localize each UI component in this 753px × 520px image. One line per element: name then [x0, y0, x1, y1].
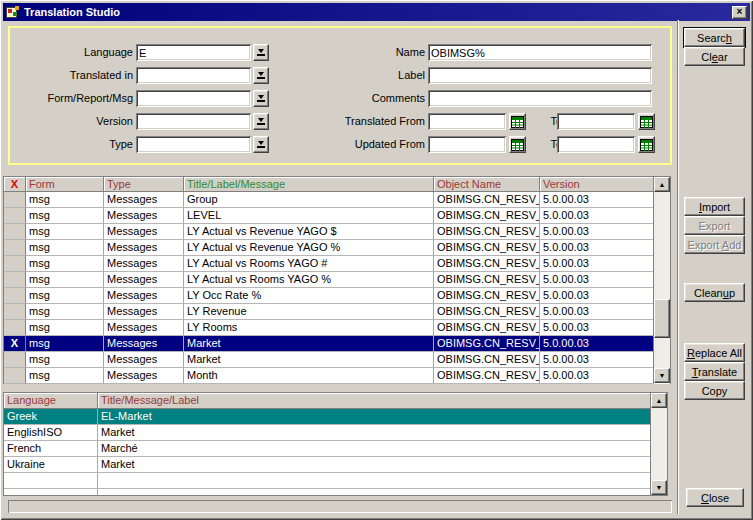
cell-language: EnglishISO — [4, 425, 98, 441]
translated-from-calendar-button[interactable] — [509, 113, 526, 130]
version-input[interactable] — [136, 113, 251, 130]
name-label: Name — [290, 44, 425, 61]
translations-scrollbar[interactable]: ▲ ▼ — [650, 393, 667, 495]
cell-title: Market — [184, 352, 434, 368]
table-row[interactable]: msg Messages Group OBIMSG.CN_RESV_PACE 5… — [4, 192, 670, 208]
cell-title: LY Rooms — [184, 320, 434, 336]
type-input[interactable] — [136, 136, 251, 153]
cell-type: Messages — [104, 272, 184, 288]
table-row[interactable]: Greek EL-Market — [4, 409, 667, 425]
table-row[interactable]: msg Messages Month OBIMSG.CN_RESV_PACE 5… — [4, 368, 670, 384]
cell-object-name: OBIMSG.CN_RESV_PACE — [434, 208, 540, 224]
type-lov-button[interactable] — [253, 136, 269, 153]
table-row[interactable]: X msg Messages Market OBIMSG.CN_RESV_PAC… — [4, 336, 670, 352]
table-row[interactable]: Ukraine Market — [4, 457, 667, 473]
table-row[interactable]: msg Messages Market OBIMSG.CN_RESV_PACE … — [4, 352, 670, 368]
table-row[interactable]: msg Messages LY Revenue OBIMSG.CN_RESV_P… — [4, 304, 670, 320]
cell-object-name: OBIMSG.CN_RESV_PACE — [434, 192, 540, 208]
scroll-up-icon[interactable]: ▲ — [654, 177, 670, 192]
replace-all-button[interactable]: Replace All — [684, 343, 745, 362]
cell-title: LY Actual vs Rooms YAGO # — [184, 256, 434, 272]
cell-object-name: OBIMSG.CN_RESV_PACE — [434, 304, 540, 320]
scroll-down-icon[interactable]: ▼ — [651, 480, 667, 495]
form-report-msg-lov-button[interactable] — [253, 90, 269, 107]
column-header-language: Language — [4, 393, 98, 409]
scroll-thumb[interactable] — [654, 299, 670, 338]
label-input[interactable] — [428, 67, 652, 84]
translated-in-input[interactable] — [136, 67, 251, 84]
version-lov-button[interactable] — [253, 113, 269, 130]
updated-to-input[interactable] — [557, 136, 635, 153]
updated-from-input[interactable] — [428, 136, 506, 153]
close-window-button[interactable]: × — [732, 6, 747, 19]
cell-type: Messages — [104, 256, 184, 272]
scroll-down-icon[interactable]: ▼ — [654, 368, 670, 383]
cell-type: Messages — [104, 304, 184, 320]
cell-version: 5.0.00.03 — [540, 288, 654, 304]
cell-version: 5.0.00.03 — [540, 304, 654, 320]
cell-language: French — [4, 441, 98, 457]
export-add-button: Export Add — [684, 235, 745, 254]
updated-to-calendar-button[interactable] — [638, 136, 655, 153]
cell-object-name: OBIMSG.CN_RESV_PACE — [434, 336, 540, 352]
cell-form: msg — [26, 272, 104, 288]
form-report-msg-input[interactable] — [136, 90, 251, 107]
updated-from-calendar-button[interactable] — [509, 136, 526, 153]
comments-input[interactable] — [428, 90, 652, 107]
updated-from-label: Updated From — [290, 136, 425, 153]
translated-to-input[interactable] — [557, 113, 635, 130]
status-bar — [8, 500, 672, 513]
table-row[interactable]: msg Messages LY Actual vs Revenue YAGO $… — [4, 224, 670, 240]
cell-language: Greek — [4, 409, 98, 425]
language-lov-button[interactable] — [253, 44, 269, 61]
table-row[interactable]: msg Messages LY Actual vs Rooms YAGO % O… — [4, 272, 670, 288]
cell-version: 5.0.00.03 — [540, 256, 654, 272]
translate-button[interactable]: Translate — [684, 362, 745, 381]
language-input[interactable] — [136, 44, 251, 61]
table-row[interactable]: msg Messages LY Rooms OBIMSG.CN_RESV_PAC… — [4, 320, 670, 336]
lov-dropdown-icon — [257, 95, 265, 102]
close-button[interactable]: Close — [686, 488, 744, 507]
cell-version: 5.0.00.03 — [540, 272, 654, 288]
table-row[interactable] — [4, 473, 667, 489]
column-header-mark: X — [4, 177, 26, 192]
calendar-icon — [511, 139, 524, 151]
app-icon — [6, 6, 20, 19]
record-indicator — [4, 240, 26, 256]
record-indicator — [4, 304, 26, 320]
copy-button[interactable]: Copy — [684, 381, 745, 400]
cell-form: msg — [26, 336, 104, 352]
cleanup-button[interactable]: Cleanup — [684, 283, 745, 302]
titlebar[interactable]: Translation Studio × — [3, 3, 750, 21]
column-header-title: Title/Label/Message — [184, 177, 434, 192]
results-rows: msg Messages Group OBIMSG.CN_RESV_PACE 5… — [4, 192, 670, 384]
translated-to-calendar-button[interactable] — [638, 113, 655, 130]
results-scrollbar[interactable]: ▲ ▼ — [653, 177, 670, 383]
translated-in-label: Translated in — [10, 67, 133, 84]
cell-language — [4, 473, 98, 489]
cell-version: 5.0.00.03 — [540, 240, 654, 256]
table-row[interactable]: French Marché — [4, 441, 667, 457]
translated-from-input[interactable] — [428, 113, 506, 130]
table-row[interactable]: msg Messages LY Actual vs Revenue YAGO %… — [4, 240, 670, 256]
translations-table: Language Title/Message/Label Greek EL-Ma… — [3, 392, 668, 496]
table-row[interactable]: EnglishISO Market — [4, 425, 667, 441]
translated-from-label: Translated From — [290, 113, 425, 130]
cell-type: Messages — [104, 192, 184, 208]
clear-button[interactable]: Clear — [684, 47, 745, 66]
table-row[interactable]: msg Messages LY Actual vs Rooms YAGO # O… — [4, 256, 670, 272]
cell-object-name: OBIMSG.CN_RESV_PACE — [434, 256, 540, 272]
import-button[interactable]: Import — [684, 197, 745, 216]
name-input[interactable] — [428, 44, 652, 61]
version-label: Version — [10, 113, 133, 130]
table-row[interactable]: msg Messages LEVEL OBIMSG.CN_RESV_PACE 5… — [4, 208, 670, 224]
cell-form: msg — [26, 256, 104, 272]
scroll-up-icon[interactable]: ▲ — [651, 393, 667, 408]
export-button: Export — [684, 216, 745, 235]
lov-dropdown-icon — [257, 141, 265, 148]
search-button[interactable]: Search — [684, 28, 745, 47]
record-indicator — [4, 272, 26, 288]
translated-in-lov-button[interactable] — [253, 67, 269, 84]
table-row[interactable]: msg Messages LY Occ Rate % OBIMSG.CN_RES… — [4, 288, 670, 304]
table-row[interactable] — [4, 489, 667, 496]
